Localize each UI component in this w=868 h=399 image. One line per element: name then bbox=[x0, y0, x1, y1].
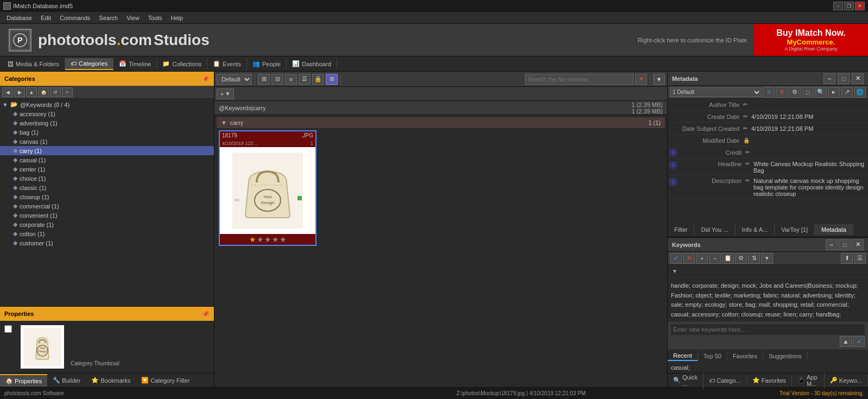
menu-search[interactable]: Search bbox=[94, 14, 122, 22]
tab-events[interactable]: 📋 Events bbox=[207, 58, 247, 69]
kw-collapse-icon[interactable]: ▼ bbox=[670, 267, 680, 275]
menu-edit[interactable]: Edit bbox=[36, 14, 55, 22]
bnav-favorites[interactable]: ⭐ Favorites bbox=[747, 375, 792, 386]
idplate-customize-text[interactable]: Right-click here to customize the ID Pla… bbox=[638, 37, 749, 43]
filter-tab-did-you[interactable]: Did You ... bbox=[694, 224, 735, 235]
minimize-button[interactable]: − bbox=[833, 2, 843, 10]
lock-button[interactable]: 🔒 bbox=[312, 74, 324, 85]
window-controls[interactable]: − ❐ ✕ bbox=[833, 2, 865, 10]
kw-resize-button[interactable]: ⬆ bbox=[841, 253, 853, 264]
filter-tab-vartoy[interactable]: VarToy [1] bbox=[775, 224, 815, 235]
tree-item-advertising[interactable]: ◆ advertising (1) bbox=[0, 118, 214, 128]
tree-item-carry[interactable]: ◆ carry (1) bbox=[0, 146, 214, 155]
kw-add-button[interactable]: + bbox=[696, 253, 708, 264]
metadata-maximize-button[interactable]: □ bbox=[838, 73, 850, 84]
meta-more-button[interactable]: ▸ bbox=[828, 87, 840, 98]
kw-input-ok-button[interactable]: ✓ bbox=[853, 336, 865, 347]
view-grid-button[interactable]: ⊞ bbox=[258, 74, 270, 85]
file-thumbnail-18179[interactable]: 18179 .JPG 4/10/2019 122... 1 bbox=[219, 130, 316, 246]
tab-bookmarks[interactable]: ⭐ Bookmarks bbox=[86, 375, 136, 386]
close-button[interactable]: ✕ bbox=[855, 2, 865, 10]
menu-tools[interactable]: Tools bbox=[144, 14, 167, 22]
meta-edit-description[interactable]: ✏ bbox=[744, 176, 751, 183]
menu-help[interactable]: Help bbox=[167, 14, 188, 22]
metadata-close-button[interactable]: ✕ bbox=[852, 73, 864, 84]
kw-apply-button[interactable]: ✓ bbox=[670, 253, 682, 264]
add-file-button[interactable]: + ▼ bbox=[217, 88, 234, 99]
kw-sort-button[interactable]: ⇅ bbox=[748, 253, 760, 264]
tab-media-folders[interactable]: 🖼 Media & Folders bbox=[2, 59, 65, 69]
bnav-catego[interactable]: 🏷 Catego... bbox=[704, 375, 747, 386]
pin-icon[interactable]: 📌 bbox=[202, 75, 210, 83]
new-keyword-input[interactable] bbox=[671, 324, 865, 335]
thumbnail-view-button[interactable]: ⊞ bbox=[326, 74, 338, 85]
search-clear-button[interactable]: ✕ bbox=[635, 74, 647, 85]
kw-tab-top50[interactable]: Top 50 bbox=[698, 352, 727, 360]
view-list-button[interactable]: ≡ bbox=[285, 74, 297, 85]
tree-item-cotton[interactable]: ◆ cotton (1) bbox=[0, 229, 214, 238]
kw-settings-button[interactable]: ⚙ bbox=[735, 253, 747, 264]
bnav-app-m[interactable]: 📱 App M... bbox=[792, 372, 825, 389]
meta-apply-button[interactable]: ✓ bbox=[763, 87, 775, 98]
tree-item-casual[interactable]: ◆ casual (1) bbox=[0, 155, 214, 164]
view-detail-button[interactable]: ☰ bbox=[299, 74, 311, 85]
tab-timeline[interactable]: 📅 Timeline bbox=[113, 58, 157, 69]
tree-item-commercial[interactable]: ◆ commercial (1) bbox=[0, 201, 214, 211]
nav-back-button[interactable]: ◀ bbox=[2, 87, 13, 97]
tree-item-accessory[interactable]: ◆ accessory (1) bbox=[0, 109, 214, 118]
meta-expand-button[interactable]: □ bbox=[802, 87, 814, 98]
tree-item-choice[interactable]: ◆ choice (1) bbox=[0, 174, 214, 183]
buy-imatch-banner[interactable]: Buy IMatch Now. MyCommerce. A Digital Ri… bbox=[754, 24, 868, 56]
kw-close-button[interactable]: ✕ bbox=[852, 239, 864, 250]
meta-export-button[interactable]: ↗ bbox=[841, 87, 853, 98]
nav-up-button[interactable]: ▲ bbox=[26, 87, 37, 97]
meta-globe-button[interactable]: 🌐 bbox=[854, 87, 866, 98]
kw-maximize-button[interactable]: □ bbox=[839, 239, 851, 250]
meta-value-headline[interactable]: White Canvas Mockup Realistic Shopping B… bbox=[751, 160, 868, 175]
meta-search-button[interactable]: 🔍 bbox=[815, 87, 827, 98]
view-split-button[interactable]: ⊟ bbox=[271, 74, 283, 85]
menu-view[interactable]: View bbox=[122, 14, 144, 22]
tab-categories[interactable]: 🏷 Categories bbox=[65, 58, 113, 70]
kw-tab-favorites[interactable]: Favorites bbox=[727, 352, 763, 360]
view-selector[interactable]: Default Grid List Details bbox=[217, 74, 252, 85]
file-search-input[interactable] bbox=[525, 74, 633, 85]
meta-edit-headline[interactable]: ✏ bbox=[744, 160, 751, 167]
kw-copy-button[interactable]: 📋 bbox=[722, 253, 734, 264]
file-group-header[interactable]: ▼ carry 1 (1) bbox=[217, 117, 665, 128]
properties-pin-icon[interactable]: 📌 bbox=[202, 311, 210, 318]
bnav-quick[interactable]: 🔍 Quick ... bbox=[668, 372, 704, 389]
tree-item-corporate[interactable]: ◆ corporate (1) bbox=[0, 220, 214, 229]
tree-item-closeup[interactable]: ◆ closeup (1) bbox=[0, 192, 214, 201]
menu-database[interactable]: Database bbox=[2, 14, 36, 22]
tree-item-convenient[interactable]: ◆ convenient (1) bbox=[0, 211, 214, 220]
kw-tab-recent[interactable]: Recent bbox=[668, 351, 698, 361]
add-category-button[interactable]: + bbox=[62, 87, 73, 97]
kw-more-button[interactable]: ▾ bbox=[761, 253, 773, 264]
filter-tab-metadata[interactable]: Metadata bbox=[815, 224, 853, 235]
tab-collections[interactable]: 📁 Collections bbox=[157, 58, 207, 69]
refresh-button[interactable]: ↺ bbox=[50, 87, 61, 97]
tree-root-keywords[interactable]: ▼ 📂 @Keywords (0 / 4) bbox=[0, 100, 214, 109]
meta-cancel-button[interactable]: ✕ bbox=[776, 87, 788, 98]
bnav-keywo[interactable]: 🔑 Keywo... bbox=[825, 375, 868, 386]
kw-input-up-button[interactable]: ▲ bbox=[840, 336, 852, 347]
tab-dashboard[interactable]: 📊 Dashboard bbox=[287, 58, 337, 69]
kw-cancel-button[interactable]: ✕ bbox=[683, 253, 695, 264]
filter-tab-filter[interactable]: Filter bbox=[668, 224, 694, 235]
tree-item-customer[interactable]: ◆ customer (1) bbox=[0, 238, 214, 248]
kw-remove-button[interactable]: − bbox=[709, 253, 721, 264]
tree-item-bag[interactable]: ◆ bag (1) bbox=[0, 128, 214, 137]
tree-item-center[interactable]: ◆ center (1) bbox=[0, 164, 214, 174]
meta-value-author-title[interactable] bbox=[749, 104, 868, 106]
filter-tab-info[interactable]: Info & A... bbox=[736, 224, 775, 235]
filter-button[interactable]: ▼ bbox=[653, 74, 665, 85]
meta-settings-button[interactable]: ⚙ bbox=[789, 87, 801, 98]
tab-builder[interactable]: 🔧 Builder bbox=[47, 375, 86, 386]
meta-edit-author-title[interactable]: ✏ bbox=[742, 102, 749, 107]
nav-home-button[interactable]: 🏠 bbox=[38, 87, 49, 97]
tree-item-canvas[interactable]: ◆ canvas (1) bbox=[0, 137, 214, 146]
meta-value-description[interactable]: Natural white canvas mock up shopping ba… bbox=[751, 176, 868, 198]
tab-people[interactable]: 👥 People bbox=[247, 58, 287, 69]
kw-minimize-button[interactable]: − bbox=[826, 239, 838, 250]
